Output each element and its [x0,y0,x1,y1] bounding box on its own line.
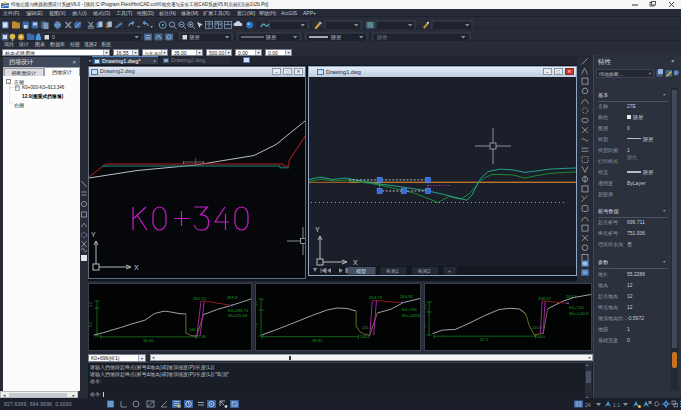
svg-text:W=+4923: W=+4923 [402,313,420,318]
svg-text:K0+700: K0+700 [402,307,417,312]
svg-text:布局1: 布局1 [386,268,399,275]
svg-text:W=170.69: W=170.69 [228,313,248,318]
svg-text:X: X [134,264,139,271]
svg-text:38.92: 38.92 [312,338,323,343]
svg-text:24: 24 [585,402,591,408]
svg-text:K0+710: K0+710 [569,305,584,310]
svg-text:1:1: 1:1 [613,402,620,408]
svg-text:249.4: 249.4 [360,334,371,339]
svg-text:269.8: 269.8 [227,295,238,300]
svg-text:34.60: 34.60 [143,338,154,343]
svg-text:4.0: 4.0 [89,302,93,307]
svg-text:264.92: 264.92 [400,294,413,299]
svg-text:随层: 随层 [266,34,276,41]
svg-text:Y: Y [315,226,320,233]
svg-text:布局2: 布局2 [418,268,431,275]
svg-text:4.0: 4.0 [425,304,427,309]
svg-text:随层: 随层 [377,34,387,41]
svg-text:W=+140.9: W=+140.9 [569,311,589,316]
svg-text:随层: 随层 [190,34,200,41]
svg-text:260.74: 260.74 [193,296,206,301]
svg-text:0: 0 [52,34,55,40]
svg-text:258.67: 258.67 [538,296,551,301]
svg-text:K0+696.71: K0+696.71 [228,308,249,313]
svg-text:264.73: 264.73 [369,295,382,300]
svg-text:241.1: 241.1 [362,325,373,330]
svg-text:模型: 模型 [356,268,366,275]
svg-text:6.5: 6.5 [425,323,427,328]
svg-text:8.5: 8.5 [89,322,93,327]
svg-text:Y: Y [91,231,96,238]
svg-text:7.0: 7.0 [256,323,258,328]
svg-text:随层: 随层 [331,34,341,41]
svg-text:+: + [448,268,451,274]
svg-text:47.06: 47.06 [196,334,207,339]
svg-text:X: X [353,259,358,266]
svg-text:4.0: 4.0 [256,301,258,306]
svg-text:57.2: 57.2 [480,337,489,342]
